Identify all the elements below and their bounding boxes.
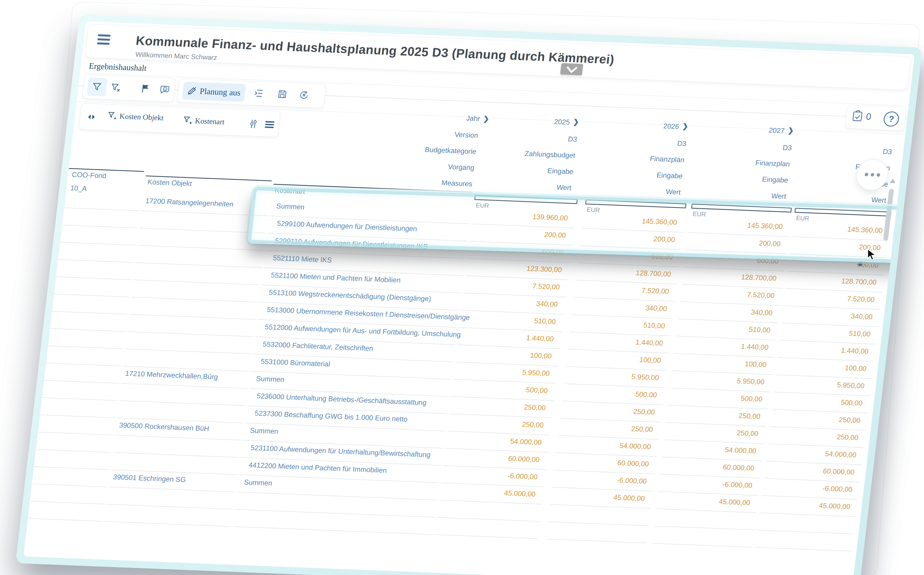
value-cell[interactable]: 5.950,00	[837, 381, 865, 390]
value-cell[interactable]: 510,00	[748, 325, 771, 334]
coo-fond-member[interactable]: 10_A	[70, 184, 87, 193]
hamburger-menu-icon[interactable]	[97, 32, 111, 47]
collapse-header-button[interactable]	[560, 63, 583, 75]
indent-icon[interactable]	[250, 85, 267, 101]
kosten-objekt-member[interactable]: 17210 Mehrzweckhallen,Bürg	[125, 369, 219, 381]
value-cell[interactable]: 500,00	[740, 394, 763, 403]
scroll-up-icon[interactable]	[890, 179, 896, 183]
value-cell[interactable]: -6.000,00	[617, 476, 647, 485]
planung-aus-button[interactable]: Planung aus	[182, 81, 246, 102]
kostenart-row-label[interactable]: 5512000 Aufwendungen für Aus- und Fortbi…	[265, 323, 461, 339]
value-cell[interactable]: 60.000,00	[508, 454, 540, 464]
value-cell[interactable]: 128.700,00	[841, 277, 877, 287]
value-cell[interactable]: 54.000,00	[825, 450, 857, 459]
chevron-right-icon[interactable]: ❯	[787, 126, 794, 135]
value-cell[interactable]: 60.000,00	[723, 463, 754, 472]
value-cell[interactable]: 7.520,00	[747, 291, 775, 300]
col-2-year[interactable]: 2026	[663, 122, 679, 131]
value-cell[interactable]: 100,00	[845, 364, 867, 373]
value-cell[interactable]: 45.000,00	[719, 497, 751, 507]
value-cell[interactable]: 250,00	[836, 433, 859, 442]
discard-icon[interactable]	[296, 87, 312, 103]
value-cell[interactable]: 250,00	[524, 403, 546, 412]
value-cell[interactable]: 7.520,00	[532, 282, 560, 291]
kostenart-row-label[interactable]: 5231100 Aufwendungen für Unterhaltung/Be…	[250, 443, 431, 459]
value-cell[interactable]: 340,00	[645, 304, 667, 313]
value-cell[interactable]: 1.440,00	[841, 346, 869, 356]
col-3-year[interactable]: 2027	[769, 126, 785, 135]
value-cell[interactable]: 340,00	[850, 312, 873, 321]
dimension-label-version[interactable]: Version	[391, 128, 479, 140]
value-cell[interactable]: 250,00	[631, 424, 653, 434]
value-cell[interactable]: 250,00	[736, 429, 759, 438]
value-cell[interactable]: 45.000,00	[613, 493, 645, 503]
value-cell[interactable]: 54.000,00	[510, 437, 542, 447]
kostenart-row-label[interactable]: 5513000 Ubernommene Reisekosten f.Dienst…	[266, 305, 470, 322]
value-cell[interactable]: 7.520,00	[641, 286, 670, 295]
value-cell[interactable]: 45.000,00	[818, 501, 851, 511]
value-cell[interactable]: 100,00	[639, 356, 661, 365]
value-cell[interactable]: 510,00	[848, 329, 871, 338]
value-cell[interactable]: 5.950,00	[737, 377, 765, 386]
kostenart-row-label[interactable]: 5531000 Büromaterial	[260, 357, 330, 369]
value-cell[interactable]: 123.300,00	[526, 264, 563, 274]
value-cell[interactable]: 5.950,00	[522, 368, 550, 378]
value-cell[interactable]: 250,00	[633, 407, 655, 417]
kostenart-row-label[interactable]: 5521100 Mieten und Pachten für Mobilien	[270, 271, 401, 284]
value-cell[interactable]: 54.000,00	[724, 446, 757, 455]
col-1-year[interactable]: 2025	[554, 118, 570, 126]
kostenart-row-label[interactable]: 5521110 Miete IKS	[273, 254, 332, 264]
flag-icon[interactable]	[137, 81, 154, 97]
dimension-label-vorgang[interactable]: Vorgang	[387, 160, 475, 172]
prev-next-icon[interactable]	[84, 109, 101, 125]
sum-row-label[interactable]: Summen	[250, 426, 279, 435]
kosten-objekt-filter[interactable]: Kosten Objekt	[107, 111, 164, 122]
comment-icon[interactable]	[157, 82, 173, 97]
value-cell[interactable]: -6.000,00	[822, 484, 853, 494]
filter-clear-icon[interactable]	[108, 79, 124, 95]
settings-sliders-icon[interactable]	[245, 116, 262, 132]
value-cell[interactable]: 5.950,00	[631, 373, 659, 382]
value-cell[interactable]: 510,00	[643, 321, 666, 330]
save-icon[interactable]	[274, 86, 291, 102]
value-cell[interactable]: 340,00	[751, 308, 773, 317]
tasks-indicator[interactable]: 0	[851, 110, 872, 122]
value-cell[interactable]: 45.000,00	[504, 489, 536, 499]
kostenart-filter[interactable]: Kostenart	[183, 116, 225, 127]
chevron-right-icon[interactable]: ❯	[483, 115, 490, 124]
value-cell[interactable]: 340,00	[536, 299, 558, 309]
value-cell[interactable]: -6.000,00	[722, 480, 753, 490]
filter-icon[interactable]	[89, 79, 105, 95]
value-cell[interactable]: 250,00	[739, 411, 761, 421]
sum-row-label[interactable]: Summen	[256, 375, 285, 384]
value-cell[interactable]: 1.440,00	[740, 342, 769, 352]
value-cell[interactable]: 1.440,00	[526, 334, 554, 343]
dimension-label-jahr[interactable]: Jahr	[393, 111, 480, 123]
menu-icon[interactable]	[261, 117, 278, 132]
value-cell[interactable]: 100,00	[530, 351, 552, 360]
value-cell[interactable]: -6.000,00	[507, 472, 538, 481]
kostenart-row-label[interactable]: 5532000 Fachliteratur, Zeitschriften	[263, 340, 374, 353]
value-cell[interactable]: 250,00	[521, 420, 544, 429]
dimension-label-budgetkategorie[interactable]: Budgetkategorie	[389, 144, 477, 156]
chevron-right-icon[interactable]: ❯	[573, 118, 580, 126]
chevron-right-icon[interactable]: ❯	[682, 122, 689, 131]
kostenart-row-label[interactable]: 4412200 Mieten und Pachten für Immobilie…	[248, 461, 387, 475]
value-cell[interactable]: 60.000,00	[823, 467, 855, 477]
kosten-objekt-member[interactable]: 390501 Eschringen SG	[113, 473, 186, 484]
value-cell[interactable]: 7.520,00	[846, 295, 875, 304]
value-cell[interactable]: 500,00	[526, 386, 548, 395]
coo-fond-header[interactable]: COO-Fond	[71, 170, 107, 180]
value-cell[interactable]: 54.000,00	[619, 442, 651, 451]
kosten-objekt-header[interactable]: Kosten Objekt	[147, 178, 192, 188]
value-cell[interactable]: 1.440,00	[635, 338, 663, 348]
value-cell[interactable]: 128.700,00	[741, 273, 777, 283]
value-cell[interactable]: 128.700,00	[635, 269, 672, 279]
dimension-label-measures[interactable]: Measures	[385, 176, 473, 188]
value-cell[interactable]: 100,00	[744, 360, 767, 369]
value-cell[interactable]: 500,00	[635, 390, 658, 399]
value-cell[interactable]: 510,00	[534, 317, 556, 326]
kosten-objekt-member[interactable]: 390500 Rockershausen BüH	[119, 421, 210, 433]
sum-row-label[interactable]: Summen	[244, 478, 273, 488]
value-cell[interactable]: 60.000,00	[617, 459, 649, 468]
